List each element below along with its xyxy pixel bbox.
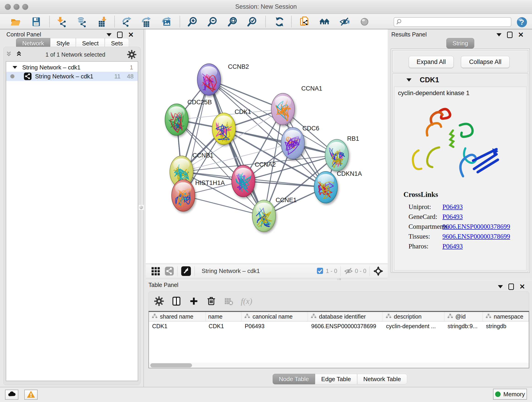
network-options-gear-icon[interactable] [127,50,137,60]
tab-edge-table[interactable]: Edge Table [315,374,357,384]
table-panel-close-icon[interactable]: ✕ [519,283,525,290]
table-cell[interactable]: 9606.ENSP00000378699 [308,322,383,331]
network-label: String Network – cdk1 [35,73,93,80]
hidden-eye-icon[interactable] [344,267,353,276]
results-panel-menu-icon[interactable] [496,33,501,36]
column-label: description [394,313,422,320]
apply-layout-button[interactable] [274,16,285,27]
import-network-database-button[interactable] [76,16,87,27]
network-row[interactable]: String Network – cdk1 11 48 [6,72,138,81]
network-node-CCNA1[interactable]: CCNA1 [271,85,322,125]
toolbar-separator [114,16,115,27]
left-splitter-handle[interactable] [138,205,144,210]
fit-selection-crosshair-icon[interactable] [373,266,384,276]
network-node-CCNE1[interactable]: CCNE1 [252,197,297,232]
cloud-button[interactable] [5,390,18,400]
zoom-out-button[interactable] [207,16,218,27]
control-panel-title: Control Panel [6,31,41,38]
zoom-selected-button[interactable] [247,16,258,27]
column-header-canonical-name[interactable]: canonical name [241,312,308,321]
table-cell[interactable]: stringdb [483,322,529,331]
hide-unhide-button[interactable] [339,16,350,27]
column-header-shared-name[interactable]: shared name [149,312,206,321]
crosslink-link[interactable]: P06493 [443,203,463,211]
network-node-CDK1[interactable]: CDK1 [212,108,251,145]
gene-collapse-icon[interactable] [406,78,412,82]
column-label: name [208,313,223,320]
column-header-@id[interactable]: @id [444,312,483,321]
selected-checkbox-icon[interactable] [317,268,324,275]
network-node-RB1[interactable]: RB1 [325,135,359,171]
eye-button[interactable] [359,16,370,27]
control-panel-float-icon[interactable] [117,32,123,38]
import-network-button[interactable] [56,16,67,27]
network-list-toolbar: 1 of 1 Network selected [6,49,138,60]
results-panel-float-icon[interactable] [507,32,513,38]
network-node-count: 11 [114,73,120,80]
collapse-all-networks-icon[interactable] [16,51,24,59]
table-cell[interactable]: stringdb:9... [444,322,483,331]
home-button[interactable] [319,16,330,27]
save-session-button[interactable] [31,16,42,27]
results-panel-close-icon[interactable]: ✕ [518,32,524,38]
column-header-namespace[interactable]: namespace [483,312,529,321]
export-table-button[interactable] [140,16,152,27]
tab-node-table[interactable]: Node Table [273,374,315,384]
table-cell[interactable]: P06493 [241,322,308,331]
expand-all-button[interactable]: Expand All [409,56,454,68]
crosslink-link[interactable]: 9606.ENSP00000378699 [443,233,510,240]
table-cell[interactable]: CDK1 [206,322,242,331]
crosslink-link[interactable]: P06493 [443,213,463,220]
table-row[interactable]: CDK1CDK1P064939606.ENSP00000378699cyclin… [149,322,529,331]
column-header-description[interactable]: description [383,312,444,321]
delete-column-icon[interactable] [206,296,216,306]
collection-expand-icon[interactable] [13,66,17,69]
control-panel-close-icon[interactable]: ✕ [128,32,134,38]
table-scrollbar-thumb[interactable] [150,363,192,367]
expand-all-networks-icon[interactable] [6,51,14,59]
search-input[interactable] [403,18,511,26]
network-share-icon[interactable] [165,266,174,276]
tab-string[interactable]: String [446,38,474,49]
help-button[interactable]: ? [516,17,527,28]
tab-network-table[interactable]: Network Table [357,374,407,384]
memory-button[interactable]: Memory [493,389,527,400]
table-cell[interactable]: cyclin-dependent ... [383,322,444,331]
birds-eye-view-icon[interactable] [181,266,191,276]
import-table-button[interactable] [97,16,108,27]
network-canvas[interactable]: CCNB2CCNA1CDC25BCDK1CDC6RB1CCNB1CCNA2CDK… [146,29,388,264]
table-settings-gear-icon[interactable] [154,296,164,306]
crosslink-label: Uniprot: [409,203,443,211]
crosslink-link[interactable]: P06493 [443,242,463,250]
warnings-button[interactable] [24,390,38,400]
function-builder-icon: f(x) [241,296,252,306]
control-panel-menu-icon[interactable] [107,33,112,36]
node-label-CDK1: CDK1 [234,108,251,115]
node-label-CCNE1: CCNE1 [276,197,297,204]
column-header-name[interactable]: name [206,312,242,321]
network-collection-row[interactable]: String Network – cdk1 1 [6,63,138,72]
table-panel-menu-icon[interactable] [498,285,503,288]
column-type-icon [244,313,250,319]
network-node-CDKN1A[interactable]: CDKN1A [314,170,362,203]
zoom-in-button[interactable] [187,16,198,27]
show-columns-icon[interactable] [171,296,182,306]
network-node-CDC6[interactable]: CDC6 [281,125,319,159]
table-panel-float-icon[interactable] [508,283,514,290]
column-header-database-identifier[interactable]: database identifier [308,312,383,321]
add-column-icon[interactable] [189,296,199,306]
export-network-button[interactable] [121,16,132,27]
network-node-HIST1H1A[interactable]: HIST1H1A [172,179,225,211]
zoom-fit-button[interactable] [227,16,238,27]
table-cell[interactable]: CDK1 [149,322,206,331]
toolbar-separator [180,16,180,27]
current-network-name: String Network – cdk1 [202,268,260,274]
grid-view-icon[interactable] [151,266,160,276]
crosslink-link[interactable]: 9606.ENSP00000378699 [443,223,510,230]
node-label-HIST1H1A: HIST1H1A [195,179,225,186]
export-image-button[interactable] [161,16,172,27]
table-toolbar: f(x) [148,291,529,311]
open-session-button[interactable] [10,16,21,27]
clone-network-button[interactable] [299,16,310,27]
collapse-all-button[interactable]: Collapse All [461,56,510,68]
